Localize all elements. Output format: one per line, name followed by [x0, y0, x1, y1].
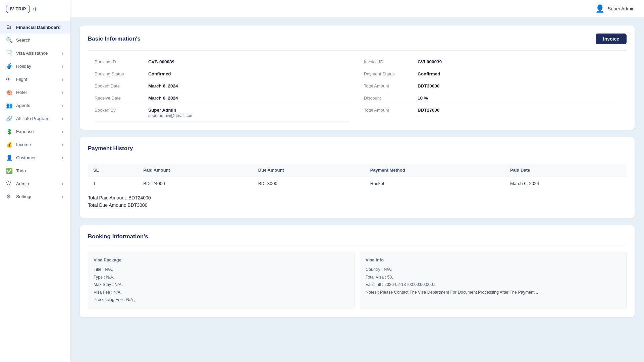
total-paid-value: BDT24000: [128, 195, 151, 200]
topbar: 👤 Super Admin: [70, 0, 644, 17]
payment-table-head: SL Paid Amount Due Amount Payment Method…: [88, 164, 627, 177]
sidebar: IV TRIP ✈ 🗂 Financial Dashboard 🔍 Search…: [0, 0, 70, 362]
receive-date-value: March 6, 2024: [148, 96, 178, 101]
basic-info-grid: Booking ID CVB-000039 Booking Status Con…: [88, 56, 627, 122]
list-item: Valid Till : 2026-02-13T00:00:00.000Z,: [366, 281, 621, 289]
payment-status-value: Confirmed: [418, 71, 440, 76]
sidebar-item-visa-assistance[interactable]: 📄 Visa Assistance ▼: [0, 47, 70, 60]
col-paid-date: Paid Date: [505, 164, 627, 177]
divider: [88, 158, 627, 158]
payment-status-row: Payment Status Confirmed: [364, 68, 620, 80]
booked-by-label: Booked By: [95, 108, 148, 113]
sidebar-item-holiday[interactable]: 🧳 Holiday ▼: [0, 60, 70, 73]
nav-label-flight: Flight: [16, 77, 57, 82]
payment-table-header-row: SL Paid Amount Due Amount Payment Method…: [88, 164, 627, 177]
nav-icon-hotel: 🏨: [6, 89, 13, 96]
nav-label-holiday: Holiday: [16, 64, 57, 69]
total-due-line: Total Due Amount: BDT3000: [88, 202, 627, 208]
col-sl: SL: [88, 164, 138, 177]
user-name: Super Admin: [608, 6, 635, 11]
booking-id-value: CVB-000039: [148, 59, 174, 64]
list-item: Type : N/A,: [94, 274, 349, 281]
nav-icon-expense: 💲: [6, 128, 13, 135]
list-item: Notes : Please Contact The Visa Departme…: [366, 289, 621, 296]
visa-package-title: Visa Package: [94, 257, 349, 262]
discount-value: 10 %: [418, 96, 428, 101]
booked-by-row: Booked By Super Admin superadmin@gmail.c…: [95, 104, 350, 122]
nav-icon-financial-dashboard: 🗂: [6, 24, 13, 30]
total-paid-line: Total Paid Amount: BDT24000: [88, 195, 627, 200]
nav-icon-holiday: 🧳: [6, 63, 13, 69]
discount-row: Discount 10 %: [364, 92, 620, 104]
sidebar-item-agents[interactable]: 👥 Agents ▼: [0, 99, 70, 112]
visa-info-body: Country : N/A,Total Visa : 50,Valid Till…: [366, 266, 621, 296]
nav-label-hotel: Hotel: [16, 90, 57, 95]
chevron-icon-flight: ▼: [61, 77, 64, 81]
sidebar-item-search[interactable]: 🔍 Search: [0, 34, 70, 47]
invoice-id-row: Invoice ID CVI-000039: [364, 56, 620, 68]
nav-label-search: Search: [16, 38, 64, 43]
divider: [88, 50, 627, 51]
list-item: Total Visa : 50,: [366, 274, 621, 281]
booking-id-label: Booking ID: [95, 59, 148, 64]
sidebar-item-expense[interactable]: 💲 Expense ▼: [0, 125, 70, 138]
info-right-col: Invoice ID CVI-000039 Payment Status Con…: [357, 56, 627, 122]
col-due-amount: Due Amount: [253, 164, 365, 177]
cell-paid-amount: BDT24000: [138, 177, 253, 190]
sidebar-item-financial-dashboard[interactable]: 🗂 Financial Dashboard: [0, 21, 70, 34]
chevron-icon-visa-assistance: ▼: [61, 51, 64, 55]
chevron-icon-affiliate-program: ▼: [61, 117, 64, 121]
nav-icon-visa-assistance: 📄: [6, 50, 13, 56]
total-due-value: BDT3000: [127, 202, 147, 208]
sidebar-item-affiliate-program[interactable]: 🔗 Affiliate Program ▼: [0, 112, 70, 125]
nav-label-settings: Settings: [16, 194, 57, 199]
sidebar-item-income[interactable]: 💰 Income ▼: [0, 138, 70, 151]
nav-label-visa-assistance: Visa Assistance: [16, 51, 57, 56]
divider: [88, 246, 627, 246]
chevron-icon-settings: ▼: [61, 195, 64, 199]
invoice-id-label: Invoice ID: [364, 59, 418, 64]
basic-info-card: Basic Information's Invoice Booking ID C…: [80, 25, 635, 130]
nav-label-financial-dashboard: Financial Dashboard: [16, 25, 64, 30]
booking-info-header: Booking Information's: [88, 233, 627, 240]
nav-icon-agents: 👥: [6, 102, 13, 109]
list-item: Title : N/A,: [94, 266, 349, 274]
sidebar-item-admin[interactable]: 🛡 Admin ▼: [0, 177, 70, 190]
nav-icon-flight: ✈: [6, 76, 13, 82]
sidebar-item-hotel[interactable]: 🏨 Hotel ▼: [0, 86, 70, 99]
nav-icon-customer: 👤: [6, 155, 13, 161]
sidebar-item-todo[interactable]: ✅ Todo: [0, 164, 70, 177]
col-paid-amount: Paid Amount: [138, 164, 253, 177]
basic-info-header: Basic Information's Invoice: [88, 34, 627, 44]
chevron-icon-hotel: ▼: [61, 90, 64, 95]
visa-package-card: Visa Package Title : N/A,Type : N/A,Max …: [88, 252, 355, 309]
nav-label-expense: Expense: [16, 129, 57, 134]
payment-table: SL Paid Amount Due Amount Payment Method…: [88, 164, 627, 190]
booked-by-email: superadmin@gmail.com: [148, 113, 194, 118]
sidebar-item-flight[interactable]: ✈ Flight ▼: [0, 73, 70, 86]
logo-area[interactable]: IV TRIP ✈: [0, 0, 70, 18]
total-amount2-row: Total Amount BDT27000: [364, 104, 620, 116]
chevron-icon-admin: ▼: [61, 182, 64, 186]
table-row: 1 BDT24000 BDT3000 Rocket March 6, 2024: [88, 177, 627, 190]
chevron-icon-customer: ▼: [61, 156, 64, 160]
cell-due-amount: BDT3000: [253, 177, 365, 190]
list-item: Processing Fee : N/A ,: [94, 296, 349, 304]
booking-info-card: Booking Information's Visa Package Title…: [80, 225, 635, 317]
total-amount2-label: Total Amount: [364, 108, 418, 113]
visa-package-body: Title : N/A,Type : N/A,Max Stay : N/A,Vi…: [94, 266, 349, 304]
booking-status-label: Booking Status: [95, 71, 148, 76]
receive-date-row: Receive Date March 6, 2024: [95, 92, 350, 104]
payment-status-label: Payment Status: [364, 71, 418, 76]
booking-id-row: Booking ID CVB-000039: [95, 56, 350, 68]
nav-label-todo: Todo: [16, 168, 64, 173]
booking-status-value: Confirmed: [148, 71, 171, 76]
sidebar-item-customer[interactable]: 👤 Customer ▼: [0, 151, 70, 164]
info-left-col: Booking ID CVB-000039 Booking Status Con…: [88, 56, 357, 122]
logo-plane-icon: ✈: [33, 5, 38, 13]
invoice-button[interactable]: Invoice: [596, 34, 627, 44]
sidebar-item-settings[interactable]: ⚙ Settings ▼: [0, 190, 70, 203]
main-area: 👤 Super Admin Basic Information's Invoic…: [70, 0, 644, 362]
chevron-icon-income: ▼: [61, 143, 64, 147]
nav-icon-search: 🔍: [6, 37, 13, 43]
